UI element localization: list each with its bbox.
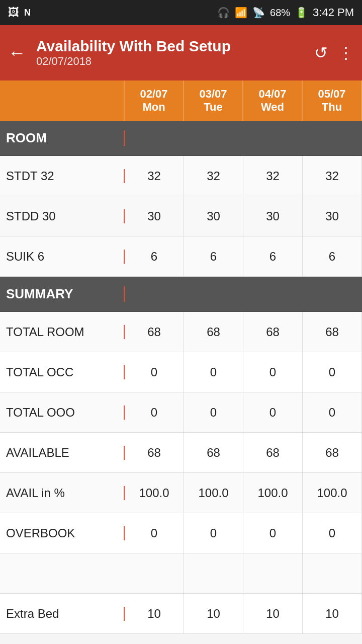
cell-total-ooo-2: 0 [243,392,303,432]
col-header-2: 04/07 Wed [243,80,303,121]
table-row: TOTAL OCC 0 0 0 0 [0,352,362,392]
cell-stdt-0: 32 [125,156,184,196]
cell-available-1: 68 [184,433,243,472]
table-row: OVERBOOK 0 0 0 0 [0,513,362,553]
table-row: STDD 30 30 30 30 30 [0,196,362,236]
page-title: Availability With Bed Setup [36,38,314,55]
cell-extra-bed-0: 10 [125,594,184,633]
title-section: Availability With Bed Setup 02/07/2018 [36,38,314,68]
cell-total-room-3: 68 [303,312,362,352]
cell-suik-3: 6 [303,236,362,276]
cell-overbook-3: 0 [303,513,362,553]
status-left-icons: 🖼 N [8,6,31,19]
status-right-section: 🎧 📶 📡 68% 🔋 3:42 PM [217,6,354,19]
cell-total-occ-2: 0 [243,352,303,392]
cell-stdd-0: 30 [125,196,184,236]
more-button[interactable]: ⋮ [338,43,354,62]
battery-text: 68% [270,7,290,19]
col-day-2: Wed [261,101,284,114]
battery-icon: 🔋 [295,7,308,19]
image-icon: 🖼 [8,6,19,19]
table-row: AVAIL in % 100.0 100.0 100.0 100.0 [0,473,362,513]
room-section-label: ROOM [0,130,125,146]
cell-total-room-0: 68 [125,312,184,352]
row-label-total-ooo: TOTAL OOO [0,406,125,420]
app-bar: ← Availability With Bed Setup 02/07/2018… [0,25,362,80]
cell-available-3: 68 [303,433,362,472]
table-row: Extra Bed 10 10 10 10 [0,594,362,634]
col-date-3: 05/07 [318,88,345,101]
cell-stdd-3: 30 [303,196,362,236]
cell-stdt-2: 32 [243,156,303,196]
cell-empty-2 [243,553,303,593]
data-table: ROOM STDT 32 32 32 32 32 STDD 30 30 30 3… [0,121,362,634]
cell-total-occ-3: 0 [303,352,362,392]
cell-stdd-1: 30 [184,196,243,236]
status-bar: 🖼 N 🎧 📶 📡 68% 🔋 3:42 PM [0,0,362,25]
cell-stdt-1: 32 [184,156,243,196]
clock: 3:42 PM [313,6,354,19]
col-date-0: 02/07 [140,88,167,101]
cell-empty-3 [303,553,362,593]
cell-extra-bed-1: 10 [184,594,243,633]
row-label-overbook: OVERBOOK [0,526,125,540]
cell-total-ooo-3: 0 [303,392,362,432]
cell-suik-2: 6 [243,236,303,276]
cell-total-ooo-1: 0 [184,392,243,432]
cell-suik-1: 6 [184,236,243,276]
cell-total-occ-0: 0 [125,352,184,392]
header-label-cell [0,80,125,121]
table-row: TOTAL ROOM 68 68 68 68 [0,312,362,352]
summary-section-header: SUMMARY [0,277,362,312]
row-label-total-room: TOTAL ROOM [0,325,125,339]
cell-overbook-2: 0 [243,513,303,553]
back-button[interactable]: ← [8,42,26,63]
row-label-total-occ: TOTAL OCC [0,365,125,379]
signal-icon: 📡 [252,7,265,19]
table-row: SUIK 6 6 6 6 6 [0,236,362,277]
row-label-extra-bed: Extra Bed [0,607,125,621]
cell-empty-0 [125,553,184,593]
page-date: 02/07/2018 [36,55,314,68]
cell-extra-bed-2: 10 [243,594,303,633]
cell-suik-0: 6 [125,236,184,276]
refresh-button[interactable]: ↺ [314,43,328,62]
row-label-available: AVAILABLE [0,446,125,460]
cell-empty-1 [184,553,243,593]
cell-stdd-2: 30 [243,196,303,236]
cell-available-0: 68 [125,433,184,472]
col-date-2: 04/07 [258,88,286,101]
table-row-empty [0,553,362,594]
room-section-header: ROOM [0,121,362,156]
col-header-3: 05/07 Thu [303,80,362,121]
table-row: STDT 32 32 32 32 32 [0,156,362,196]
column-header-row: 02/07 Mon 03/07 Tue 04/07 Wed 05/07 Thu [0,80,362,121]
row-label-suik: SUIK 6 [0,250,125,264]
cell-total-ooo-0: 0 [125,392,184,432]
row-label-stdd: STDD 30 [0,209,125,223]
col-date-1: 03/07 [199,88,227,101]
cell-total-occ-1: 0 [184,352,243,392]
col-header-0: 02/07 Mon [125,80,184,121]
cell-avail-pct-1: 100.0 [184,473,243,513]
table-row: TOTAL OOO 0 0 0 0 [0,392,362,433]
row-label-avail-pct: AVAIL in % [0,486,125,500]
col-header-1: 03/07 Tue [184,80,243,121]
cell-extra-bed-3: 10 [303,594,362,633]
cell-avail-pct-0: 100.0 [125,473,184,513]
cell-available-2: 68 [243,433,303,472]
cell-overbook-0: 0 [125,513,184,553]
table-row: AVAILABLE 68 68 68 68 [0,433,362,473]
summary-section-label: SUMMARY [0,286,125,302]
cell-stdt-3: 32 [303,156,362,196]
app-bar-actions: ↺ ⋮ [314,43,354,62]
row-label-stdt: STDT 32 [0,169,125,183]
cell-total-room-1: 68 [184,312,243,352]
wifi-icon: 📶 [235,7,247,19]
n-icon: N [24,8,31,18]
cell-overbook-1: 0 [184,513,243,553]
cell-avail-pct-3: 100.0 [303,473,362,513]
col-day-0: Mon [142,101,165,114]
col-day-3: Thu [322,101,342,114]
cell-avail-pct-2: 100.0 [243,473,303,513]
